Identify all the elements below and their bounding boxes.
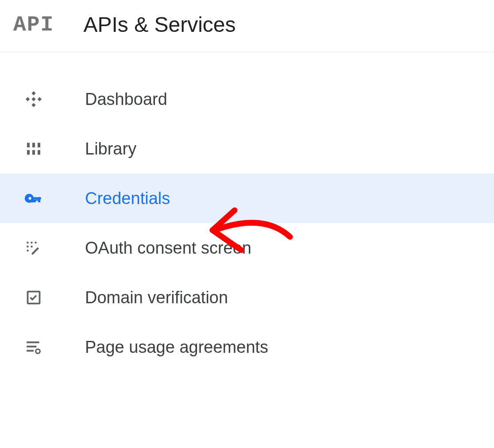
svg-rect-7 (38, 143, 40, 148)
svg-point-16 (35, 242, 37, 244)
svg-rect-22 (27, 346, 36, 348)
nav-item-page-usage[interactable]: Page usage agreements (0, 322, 494, 372)
page-title: APIs & Services (83, 12, 235, 37)
nav-label: Dashboard (85, 90, 167, 109)
svg-point-14 (27, 242, 29, 244)
page-settings-icon (25, 338, 42, 356)
svg-rect-6 (32, 143, 35, 148)
svg-point-18 (31, 246, 33, 248)
svg-rect-5 (27, 143, 30, 148)
svg-rect-10 (38, 150, 40, 155)
nav-label: Credentials (85, 189, 170, 208)
nav-item-domain-verification[interactable]: Domain verification (0, 273, 494, 322)
nav-item-library[interactable]: Library (0, 124, 494, 174)
library-icon (25, 140, 42, 158)
svg-rect-8 (27, 150, 30, 155)
api-dashboard-icon (25, 90, 42, 108)
svg-rect-9 (32, 150, 35, 155)
nav-label: Library (85, 139, 136, 158)
svg-rect-23 (27, 350, 34, 351)
header: API APIs & Services (0, 0, 494, 52)
nav-item-oauth-consent[interactable]: OAuth consent screen (0, 223, 494, 273)
svg-rect-3 (31, 103, 35, 107)
check-box-icon (25, 289, 42, 306)
svg-rect-13 (38, 197, 40, 202)
api-logo: API (13, 13, 54, 37)
sidebar-nav: Dashboard Library Credentials (0, 52, 494, 372)
svg-point-19 (27, 250, 29, 252)
nav-label: OAuth consent screen (85, 239, 251, 258)
nav-label: Domain verification (85, 288, 228, 307)
key-icon (25, 189, 42, 207)
svg-point-15 (31, 242, 33, 244)
svg-point-11 (26, 195, 33, 202)
oauth-consent-icon (25, 239, 42, 257)
nav-label: Page usage agreements (85, 338, 268, 357)
svg-rect-21 (27, 341, 39, 343)
svg-rect-0 (31, 91, 35, 95)
svg-rect-4 (31, 97, 35, 101)
nav-item-credentials[interactable]: Credentials (0, 174, 494, 223)
svg-rect-1 (26, 97, 30, 101)
nav-item-dashboard[interactable]: Dashboard (0, 74, 494, 124)
svg-rect-2 (38, 97, 42, 101)
svg-point-17 (27, 246, 29, 248)
